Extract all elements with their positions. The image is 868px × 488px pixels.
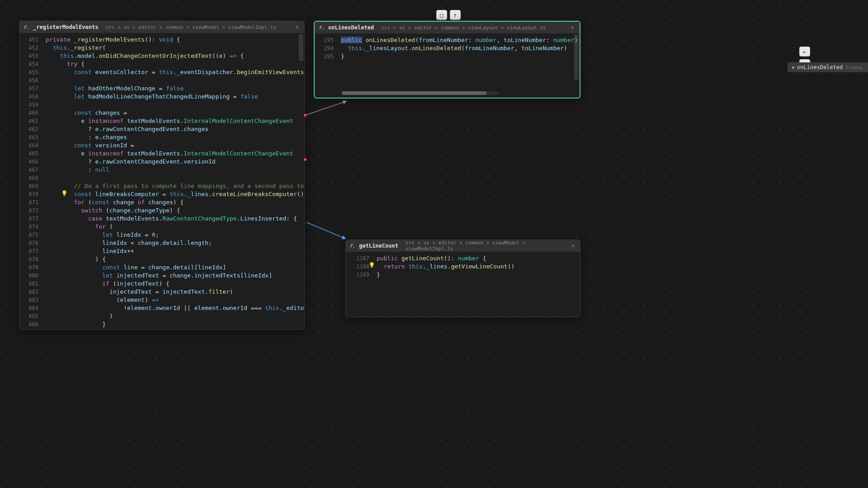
breadcrumb[interactable]: src > vs > editor > common > viewLayout … [381, 25, 546, 31]
code-line[interactable]: const line = change.detail[lineIdx] [46, 263, 301, 272]
code-line[interactable]: ? e.rawContentChangedEvent.versionId [46, 158, 301, 166]
back-button[interactable]: ← [799, 47, 810, 56]
code-area[interactable]: 118711881189 public getLineCount(): numb… [346, 252, 580, 317]
code-line[interactable]: ? e.rawContentChangedEvent.changes [46, 125, 301, 133]
line-number: 457 [19, 84, 38, 93]
code-line[interactable]: case textModelEvents.RawContentChangedTy… [46, 215, 301, 223]
code-line[interactable]: let hadModelLineChangeThatChangedLineMap… [46, 93, 301, 101]
line-number: 454 [19, 60, 38, 68]
panel-on-lines-deleted[interactable]: f. onLinesDeleted src > vs > editor > co… [314, 21, 580, 99]
line-number: 1188 [346, 263, 369, 271]
code-area[interactable]: 4514524534544554564574584594604614624634… [19, 33, 304, 329]
line-number-gutter: 4514524534544554564574584594604614624634… [19, 33, 42, 329]
code-line[interactable]: const lineBreaksComputer = this._lines.c… [46, 190, 301, 198]
line-number: 461 [19, 117, 38, 125]
code-line[interactable]: } [46, 320, 301, 328]
titlebar[interactable]: f. onLinesDeleted src > vs > editor > co… [315, 22, 580, 33]
code-line[interactable]: e instanceof textModelEvents.InternalMod… [46, 117, 301, 125]
code-content[interactable]: private _registerModelEvents(): void { t… [42, 33, 304, 329]
code-line[interactable]: lineIdx++ [46, 247, 301, 255]
code-line[interactable]: for ( [46, 223, 301, 231]
code-line[interactable]: this._register( [46, 44, 301, 52]
code-line[interactable]: ) [46, 312, 301, 320]
line-number: 487 [19, 328, 38, 329]
close-icon[interactable]: × [293, 23, 301, 31]
line-number: 478 [19, 255, 38, 263]
code-line[interactable]: : null [46, 166, 301, 174]
line-number: 462 [19, 125, 38, 133]
code-line[interactable]: : e.changes [46, 133, 301, 141]
connection-anchor [304, 114, 307, 117]
function-icon: f. [318, 24, 325, 31]
breadcrumb[interactable]: src > vs > editor > common > viewModel >… [406, 240, 566, 252]
code-line[interactable]: injectedText = injectedText.filter( [46, 288, 301, 296]
code-line[interactable]: } [341, 52, 576, 61]
line-number: 477 [19, 247, 38, 255]
line-number: 465 [19, 150, 38, 158]
code-content[interactable]: public onLinesDeleted(fromLineNumber: nu… [337, 33, 580, 98]
collapse-button[interactable]: ▢ [436, 10, 447, 20]
panel-get-line-count[interactable]: f. getLineCount src > vs > editor > comm… [345, 239, 580, 317]
code-line[interactable]: for (const change of changes) { [46, 198, 301, 206]
panel-register-model-events[interactable]: f. _registerModelEvents src > vs > edito… [19, 21, 305, 330]
code-line[interactable]: (element) => [46, 296, 301, 304]
code-line[interactable]: } [377, 271, 576, 279]
code-line[interactable]: e instanceof textModelEvents.InternalMod… [46, 150, 301, 158]
line-number: 471 [19, 198, 38, 206]
code-line[interactable]: let lineIdx = 0; [46, 231, 301, 239]
minimap[interactable] [299, 34, 303, 61]
code-line[interactable]: !element.ownerId || element.ownerId === … [46, 304, 301, 312]
up-button[interactable]: ↑ [450, 10, 461, 20]
breadcrumb[interactable]: src > vs > editor > common > viewModel >… [106, 24, 277, 30]
code-line[interactable]: this.model.onDidChangeContentOrInjectedT… [46, 52, 301, 60]
code-line[interactable]: let injectedText = change.injectedTexts[… [46, 272, 301, 280]
line-number: 479 [19, 263, 38, 272]
line-number: 1189 [346, 271, 369, 279]
titlebar[interactable]: f. getLineCount src > vs > editor > comm… [346, 240, 580, 252]
lightbulb-icon[interactable]: 💡 [368, 262, 375, 268]
panel-title: getLineCount [359, 243, 398, 249]
line-number: 293 [315, 36, 334, 44]
line-number-gutter: 293294295 [315, 33, 337, 98]
code-line[interactable]: this._linesLayout.onLinesDeleted(fromLin… [341, 44, 576, 52]
connector-arrow [305, 221, 350, 242]
lightbulb-icon[interactable]: 💡 [61, 190, 68, 197]
code-line[interactable] [46, 76, 301, 84]
close-icon[interactable]: × [570, 242, 576, 249]
titlebar[interactable]: f. _registerModelEvents src > vs > edito… [19, 21, 304, 33]
tooltip-hint: linesL [845, 65, 863, 70]
code-line[interactable]: let hadOtherModelChange = false [46, 84, 301, 93]
line-number: 459 [19, 101, 38, 109]
horizontal-scrollbar[interactable] [342, 91, 498, 95]
line-number: 467 [19, 166, 38, 174]
line-number: 476 [19, 239, 38, 247]
code-line[interactable]: const changes = [46, 109, 301, 117]
svg-line-0 [307, 101, 346, 115]
code-line[interactable]: public onLinesDeleted(fromLineNumber: nu… [341, 36, 576, 44]
code-line[interactable]: return this._lines.getViewLineCount() [377, 263, 576, 271]
line-number: 458 [19, 93, 38, 101]
code-line[interactable]: lineBreaksComputer.addRequest(line, inje… [46, 328, 301, 329]
line-number: 463 [19, 133, 38, 141]
code-line[interactable]: try { [46, 60, 301, 68]
code-line[interactable]: switch (change.changeType) { [46, 206, 301, 215]
line-number: 295 [315, 52, 334, 61]
code-line[interactable]: const versionId = [46, 141, 301, 150]
code-line[interactable] [46, 101, 301, 109]
minimap[interactable] [574, 34, 579, 80]
code-line[interactable]: public getLineCount(): number { [377, 254, 576, 263]
code-line[interactable]: private _registerModelEvents(): void { [46, 36, 301, 44]
line-number: 475 [19, 231, 38, 239]
code-line[interactable]: if (injectedText) { [46, 280, 301, 288]
code-area[interactable]: 293294295 public onLinesDeleted(fromLine… [315, 33, 580, 98]
code-line[interactable]: const eventsCollector = this._eventDispa… [46, 68, 301, 76]
function-icon: f. [23, 24, 29, 30]
code-content[interactable]: public getLineCount(): number { return t… [373, 252, 580, 317]
code-line[interactable]: // Do a first pass to compute line mappi… [46, 182, 301, 190]
code-line[interactable]: ) { [46, 255, 301, 263]
close-icon[interactable]: × [569, 24, 576, 31]
function-icon: f. [349, 243, 355, 249]
scrollbar-thumb[interactable] [342, 91, 486, 95]
code-line[interactable] [46, 174, 301, 182]
code-line[interactable]: lineIdx < change.detail.length; [46, 239, 301, 247]
